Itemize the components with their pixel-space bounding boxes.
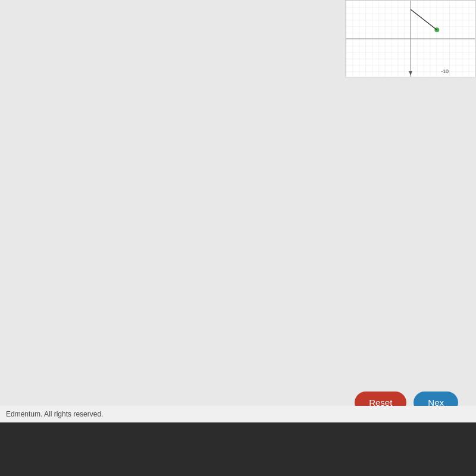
graph-svg: -10	[346, 1, 475, 77]
graph-area: -10	[345, 0, 476, 77]
svg-text:-10: -10	[441, 68, 449, 74]
graph-grid: -10	[346, 1, 475, 77]
footer-bar: Edmentum. All rights reserved.	[0, 406, 476, 422]
footer-text: Edmentum. All rights reserved.	[6, 410, 103, 418]
taskbar	[0, 422, 476, 476]
